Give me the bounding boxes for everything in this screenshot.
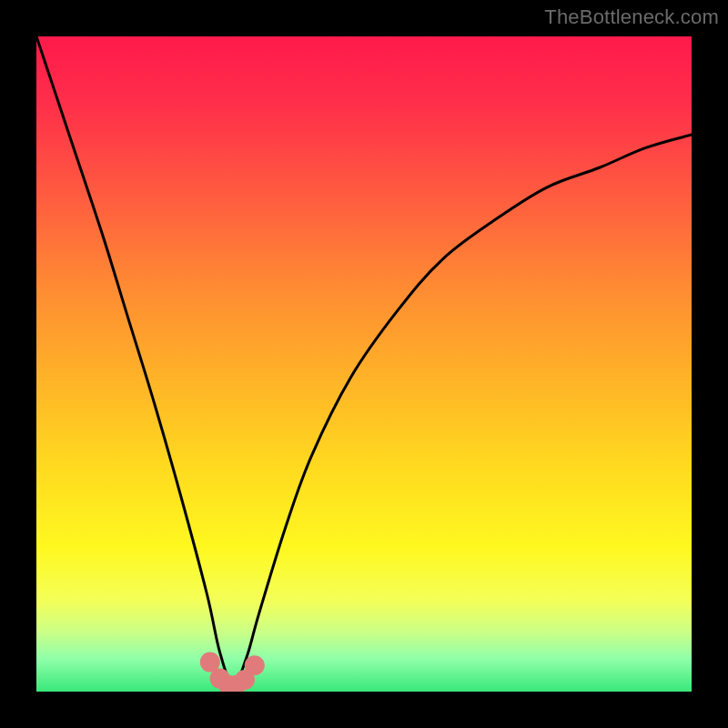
chart-stage: TheBottleneck.com	[0, 0, 728, 728]
watermark-text: TheBottleneck.com	[544, 5, 719, 29]
plot-area	[36, 36, 692, 692]
bottleneck-curve	[36, 36, 692, 685]
marker-dot	[245, 655, 265, 675]
chart-svg	[36, 36, 692, 692]
marker-group	[200, 652, 265, 692]
